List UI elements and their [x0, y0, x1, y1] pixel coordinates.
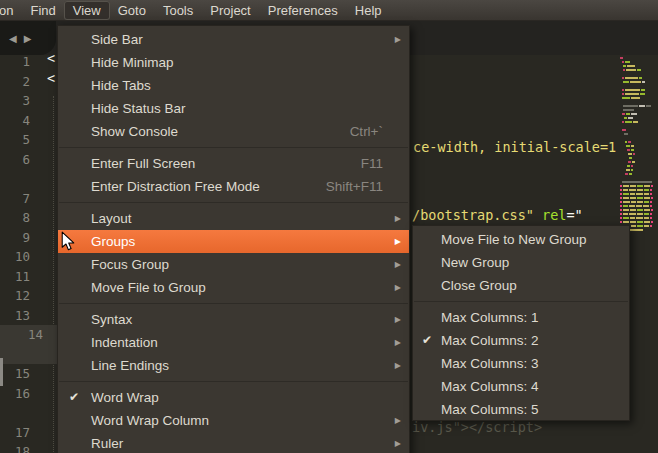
groups-submenu-item-max-columns-1[interactable]: Max Columns: 1 [413, 306, 629, 329]
line-number-5: 5 [0, 130, 44, 150]
minimap-segment [628, 117, 633, 119]
view-menu-item-word-wrap-column[interactable]: Word Wrap Column▶ [58, 409, 409, 432]
groups-submenu-item-new-group[interactable]: New Group [413, 251, 629, 274]
view-menu-dropdown: Side Bar▶Hide MinimapHide TabsHide Statu… [57, 25, 410, 453]
menubar-item-view[interactable]: View [64, 1, 110, 20]
groups-submenu-item-max-columns-2[interactable]: ✔Max Columns: 2 [413, 329, 629, 352]
minimap-row [620, 137, 658, 139]
minimap-segment [651, 221, 653, 223]
groups-submenu-item-label: Max Columns: 5 [441, 402, 539, 417]
line-number-18: 18 [0, 442, 44, 453]
view-menu-item-indentation[interactable]: Indentation▶ [58, 331, 409, 354]
menubar-item-find[interactable]: Find [21, 1, 64, 20]
tab-scroll-left-icon[interactable]: ◀ [9, 33, 17, 44]
minimap[interactable] [620, 57, 658, 237]
line-number-6: 6 [0, 150, 44, 170]
view-menu-item-line-endings[interactable]: Line Endings▶ [58, 354, 409, 377]
submenu-arrow-icon: ▶ [395, 253, 401, 276]
tab-scroll-right-icon[interactable]: ▶ [24, 33, 32, 44]
code-token: =" [566, 207, 582, 223]
view-menu-item-syntax[interactable]: Syntax▶ [58, 308, 409, 331]
view-menu-item-groups[interactable]: Groups▶ [58, 230, 409, 253]
groups-submenu-item-max-columns-3[interactable]: Max Columns: 3 [413, 352, 629, 375]
view-menu-item-label: Focus Group [91, 257, 169, 272]
line-number-3: 3 [0, 91, 44, 111]
minimap-row [620, 57, 658, 59]
line-number-17: 17 [0, 423, 44, 443]
line-number-8: 8 [0, 208, 44, 228]
minimap-row [620, 209, 658, 211]
minimap-segment [631, 169, 633, 171]
view-menu-item-label: Indentation [91, 335, 158, 350]
minimap-row [620, 213, 658, 215]
view-menu-item-show-console[interactable]: Show ConsoleCtrl+` [58, 120, 409, 143]
view-menu-item-ruler[interactable]: Ruler▶ [58, 432, 409, 453]
groups-submenu-item-max-columns-4[interactable]: Max Columns: 4 [413, 375, 629, 398]
menubar-item-project[interactable]: Project [201, 1, 259, 20]
view-menu-item-side-bar[interactable]: Side Bar▶ [58, 28, 409, 51]
minimap-segment [624, 133, 628, 135]
minimap-segment [625, 61, 630, 63]
minimap-segment [631, 113, 637, 115]
minimap-segment [640, 93, 645, 95]
view-menu-item-label: Show Console [91, 124, 178, 139]
minimap-segment [620, 149, 627, 151]
menubar-item-tools[interactable]: Tools [154, 1, 202, 20]
minimap-row [620, 77, 658, 79]
minimap-row [620, 89, 658, 91]
groups-submenu-item-move-file-to-new-group[interactable]: Move File to New Group [413, 228, 629, 251]
groups-submenu-item-max-columns-5[interactable]: Max Columns: 5 [413, 398, 629, 421]
minimap-segment [632, 161, 635, 163]
minimap-row [620, 109, 658, 111]
minimap-row [620, 153, 658, 155]
shortcut-label: Ctrl+` [350, 120, 383, 143]
line-number-15: 15 [0, 364, 44, 384]
minimap-segment [651, 185, 653, 187]
minimap-segment [620, 165, 627, 167]
minimap-segment [651, 209, 653, 211]
minimap-segment [650, 193, 652, 195]
view-menu-item-label: Side Bar [91, 32, 143, 47]
left-edge-scrollbar[interactable] [0, 358, 3, 386]
view-menu-separator [58, 143, 409, 152]
view-menu-item-enter-full-screen[interactable]: Enter Full ScreenF11 [58, 152, 409, 175]
minimap-row [620, 93, 658, 95]
minimap-segment [631, 145, 634, 147]
view-menu-item-enter-distraction-free-mode[interactable]: Enter Distraction Free ModeShift+F11 [58, 175, 409, 198]
minimap-segment [623, 109, 634, 111]
view-menu-item-focus-group[interactable]: Focus Group▶ [58, 253, 409, 276]
view-menu-item-label: Hide Tabs [91, 78, 151, 93]
view-menu-item-hide-status-bar[interactable]: Hide Status Bar [58, 97, 409, 120]
menubar-item-on[interactable]: on [0, 1, 22, 20]
code-token: rel [542, 207, 566, 223]
code-token: iv.js"></script> [412, 419, 542, 435]
minimap-row [620, 177, 658, 179]
view-menu-item-label: Groups [91, 234, 135, 249]
minimap-segment [629, 173, 632, 175]
view-menu-item-word-wrap[interactable]: ✔Word Wrap [58, 386, 409, 409]
minimap-segment [650, 205, 652, 207]
view-menu-item-label: Move File to Group [91, 280, 206, 295]
minimap-segment [650, 201, 652, 203]
groups-submenu-item-label: Close Group [441, 278, 517, 293]
minimap-row [620, 133, 658, 135]
code-fragment: iv.js"></script> [412, 419, 542, 436]
groups-submenu-item-label: Max Columns: 2 [441, 333, 539, 348]
minimap-segment [623, 105, 638, 107]
groups-submenu-item-close-group[interactable]: Close Group [413, 274, 629, 297]
minimap-row [620, 161, 658, 163]
view-menu-item-move-file-to-group[interactable]: Move File to Group▶ [58, 276, 409, 299]
menubar-item-goto[interactable]: Goto [109, 1, 155, 20]
view-menu-item-hide-minimap[interactable]: Hide Minimap [58, 51, 409, 74]
menubar-item-help[interactable]: Help [346, 1, 391, 20]
groups-submenu-item-label: Max Columns: 1 [441, 310, 539, 325]
line-number-13: 13 [0, 306, 44, 326]
minimap-row [620, 85, 658, 87]
code-token: /bootstrap.css" [412, 207, 542, 223]
view-menu-item-layout[interactable]: Layout▶ [58, 207, 409, 230]
menubar-item-preferences[interactable]: Preferences [259, 1, 347, 20]
view-menu-item-hide-tabs[interactable]: Hide Tabs [58, 74, 409, 97]
menu-bar: onFindViewGotoToolsProjectPreferencesHel… [0, 0, 658, 21]
line-number-4: 4 [0, 111, 44, 131]
minimap-segment [636, 193, 643, 195]
